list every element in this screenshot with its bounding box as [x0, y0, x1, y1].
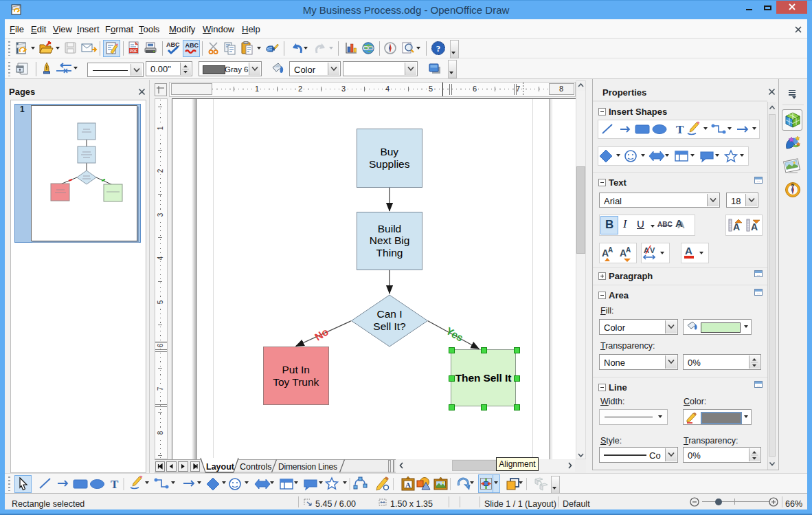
svg-text:A: A	[626, 246, 631, 254]
svg-text:?: ?	[436, 43, 441, 54]
svg-text:ABC: ABC	[185, 42, 199, 49]
svg-text:A: A	[405, 481, 411, 489]
svg-text:T: T	[676, 123, 684, 136]
svg-text:V: V	[650, 246, 655, 254]
svg-text:A: A	[733, 221, 740, 232]
svg-text:A: A	[608, 246, 613, 254]
svg-text:PDF: PDF	[130, 49, 137, 53]
svg-text:T: T	[111, 478, 119, 491]
svg-text:N: N	[791, 183, 794, 187]
